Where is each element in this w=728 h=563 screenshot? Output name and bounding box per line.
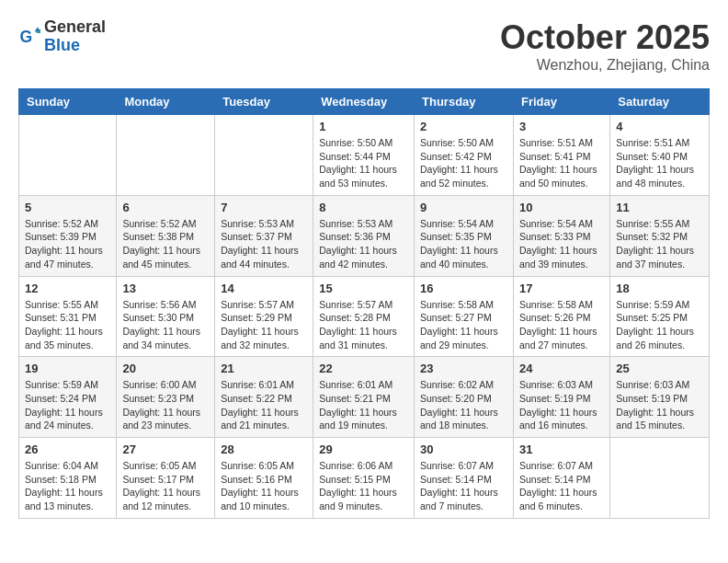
week-row-4: 19Sunrise: 5:59 AM Sunset: 5:24 PM Dayli… <box>19 357 710 438</box>
day-info: Sunrise: 6:07 AM Sunset: 5:14 PM Dayligh… <box>420 459 507 513</box>
day-number: 24 <box>519 362 604 375</box>
day-number: 2 <box>420 120 507 133</box>
calendar-cell: 5Sunrise: 5:52 AM Sunset: 5:39 PM Daylig… <box>19 195 117 276</box>
calendar-cell <box>215 115 313 196</box>
day-number: 30 <box>420 442 507 456</box>
month-title: October 2025 <box>500 18 710 57</box>
day-number: 18 <box>616 282 703 295</box>
day-info: Sunrise: 5:53 AM Sunset: 5:37 PM Dayligh… <box>221 217 307 271</box>
day-info: Sunrise: 5:56 AM Sunset: 5:30 PM Dayligh… <box>122 298 209 352</box>
day-info: Sunrise: 5:55 AM Sunset: 5:31 PM Dayligh… <box>25 298 110 352</box>
day-info: Sunrise: 5:51 AM Sunset: 5:40 PM Dayligh… <box>616 136 703 190</box>
day-info: Sunrise: 6:06 AM Sunset: 5:15 PM Dayligh… <box>319 459 408 513</box>
calendar-cell: 17Sunrise: 5:58 AM Sunset: 5:26 PM Dayli… <box>513 276 609 357</box>
day-info: Sunrise: 5:58 AM Sunset: 5:27 PM Dayligh… <box>420 298 507 352</box>
day-info: Sunrise: 6:01 AM Sunset: 5:22 PM Dayligh… <box>221 378 307 432</box>
calendar-cell <box>610 438 710 519</box>
calendar-header: SundayMondayTuesdayWednesdayThursdayFrid… <box>19 89 710 115</box>
page-header: G General Blue October 2025 Wenzhou, Zhe… <box>18 18 710 74</box>
day-number: 8 <box>319 201 408 214</box>
calendar-cell: 9Sunrise: 5:54 AM Sunset: 5:35 PM Daylig… <box>415 195 514 276</box>
calendar-cell: 27Sunrise: 6:05 AM Sunset: 5:17 PM Dayli… <box>117 438 215 519</box>
day-number: 7 <box>221 201 307 214</box>
day-info: Sunrise: 5:52 AM Sunset: 5:38 PM Dayligh… <box>122 217 209 271</box>
day-number: 28 <box>221 442 307 456</box>
calendar-cell: 1Sunrise: 5:50 AM Sunset: 5:44 PM Daylig… <box>313 115 415 196</box>
day-info: Sunrise: 5:52 AM Sunset: 5:39 PM Dayligh… <box>25 217 110 271</box>
calendar-cell: 7Sunrise: 5:53 AM Sunset: 5:37 PM Daylig… <box>215 195 313 276</box>
calendar-cell <box>19 115 117 196</box>
calendar-cell: 29Sunrise: 6:06 AM Sunset: 5:15 PM Dayli… <box>313 438 415 519</box>
logo-general: General <box>44 18 106 37</box>
header-saturday: Saturday <box>610 89 710 115</box>
logo-icon: G <box>18 26 40 48</box>
header-tuesday: Tuesday <box>215 89 313 115</box>
day-number: 5 <box>25 201 110 214</box>
location-title: Wenzhou, Zhejiang, China <box>500 57 710 74</box>
day-info: Sunrise: 6:05 AM Sunset: 5:16 PM Dayligh… <box>221 459 307 513</box>
calendar-cell: 30Sunrise: 6:07 AM Sunset: 5:14 PM Dayli… <box>415 438 514 519</box>
day-info: Sunrise: 5:50 AM Sunset: 5:44 PM Dayligh… <box>319 136 408 190</box>
day-info: Sunrise: 5:54 AM Sunset: 5:33 PM Dayligh… <box>519 217 604 271</box>
calendar-cell: 4Sunrise: 5:51 AM Sunset: 5:40 PM Daylig… <box>610 115 710 196</box>
calendar-cell: 13Sunrise: 5:56 AM Sunset: 5:30 PM Dayli… <box>117 276 215 357</box>
calendar-cell: 2Sunrise: 5:50 AM Sunset: 5:42 PM Daylig… <box>415 115 514 196</box>
day-info: Sunrise: 5:57 AM Sunset: 5:29 PM Dayligh… <box>221 298 307 352</box>
week-row-3: 12Sunrise: 5:55 AM Sunset: 5:31 PM Dayli… <box>19 276 710 357</box>
calendar-cell: 15Sunrise: 5:57 AM Sunset: 5:28 PM Dayli… <box>313 276 415 357</box>
logo: G General Blue <box>18 18 106 55</box>
day-number: 16 <box>420 282 507 295</box>
logo-text: General Blue <box>44 18 106 55</box>
day-number: 14 <box>221 282 307 295</box>
calendar-cell: 6Sunrise: 5:52 AM Sunset: 5:38 PM Daylig… <box>117 195 215 276</box>
calendar-cell: 28Sunrise: 6:05 AM Sunset: 5:16 PM Dayli… <box>215 438 313 519</box>
day-info: Sunrise: 6:01 AM Sunset: 5:21 PM Dayligh… <box>319 378 408 432</box>
week-row-5: 26Sunrise: 6:04 AM Sunset: 5:18 PM Dayli… <box>19 438 710 519</box>
calendar-cell: 11Sunrise: 5:55 AM Sunset: 5:32 PM Dayli… <box>610 195 710 276</box>
calendar-cell: 18Sunrise: 5:59 AM Sunset: 5:25 PM Dayli… <box>610 276 710 357</box>
day-number: 27 <box>122 442 209 456</box>
day-info: Sunrise: 5:59 AM Sunset: 5:25 PM Dayligh… <box>616 298 703 352</box>
calendar-cell: 16Sunrise: 5:58 AM Sunset: 5:27 PM Dayli… <box>415 276 514 357</box>
header-monday: Monday <box>117 89 215 115</box>
day-number: 21 <box>221 362 307 375</box>
day-info: Sunrise: 5:57 AM Sunset: 5:28 PM Dayligh… <box>319 298 408 352</box>
calendar-cell: 10Sunrise: 5:54 AM Sunset: 5:33 PM Dayli… <box>513 195 609 276</box>
day-info: Sunrise: 5:59 AM Sunset: 5:24 PM Dayligh… <box>25 378 110 432</box>
calendar-cell: 25Sunrise: 6:03 AM Sunset: 5:19 PM Dayli… <box>610 357 710 438</box>
day-number: 4 <box>616 120 703 133</box>
title-section: October 2025 Wenzhou, Zhejiang, China <box>500 18 710 74</box>
day-number: 19 <box>25 362 110 375</box>
day-number: 22 <box>319 362 408 375</box>
day-number: 9 <box>420 201 507 214</box>
header-thursday: Thursday <box>415 89 514 115</box>
header-wednesday: Wednesday <box>313 89 415 115</box>
calendar-cell: 20Sunrise: 6:00 AM Sunset: 5:23 PM Dayli… <box>117 357 215 438</box>
header-row: SundayMondayTuesdayWednesdayThursdayFrid… <box>19 89 710 115</box>
calendar-cell: 14Sunrise: 5:57 AM Sunset: 5:29 PM Dayli… <box>215 276 313 357</box>
day-info: Sunrise: 6:04 AM Sunset: 5:18 PM Dayligh… <box>25 459 110 513</box>
calendar-cell: 26Sunrise: 6:04 AM Sunset: 5:18 PM Dayli… <box>19 438 117 519</box>
day-info: Sunrise: 6:07 AM Sunset: 5:14 PM Dayligh… <box>519 459 604 513</box>
week-row-2: 5Sunrise: 5:52 AM Sunset: 5:39 PM Daylig… <box>19 195 710 276</box>
calendar-body: 1Sunrise: 5:50 AM Sunset: 5:44 PM Daylig… <box>19 115 710 519</box>
day-info: Sunrise: 6:03 AM Sunset: 5:19 PM Dayligh… <box>616 378 703 432</box>
calendar-cell: 31Sunrise: 6:07 AM Sunset: 5:14 PM Dayli… <box>513 438 609 519</box>
calendar-cell: 21Sunrise: 6:01 AM Sunset: 5:22 PM Dayli… <box>215 357 313 438</box>
calendar-cell: 22Sunrise: 6:01 AM Sunset: 5:21 PM Dayli… <box>313 357 415 438</box>
header-friday: Friday <box>513 89 609 115</box>
day-info: Sunrise: 5:54 AM Sunset: 5:35 PM Dayligh… <box>420 217 507 271</box>
calendar-cell: 24Sunrise: 6:03 AM Sunset: 5:19 PM Dayli… <box>513 357 609 438</box>
day-number: 25 <box>616 362 703 375</box>
day-number: 20 <box>122 362 209 375</box>
day-number: 1 <box>319 120 408 133</box>
day-number: 6 <box>122 201 209 214</box>
calendar-cell: 12Sunrise: 5:55 AM Sunset: 5:31 PM Dayli… <box>19 276 117 357</box>
day-info: Sunrise: 6:02 AM Sunset: 5:20 PM Dayligh… <box>420 378 507 432</box>
calendar-cell: 3Sunrise: 5:51 AM Sunset: 5:41 PM Daylig… <box>513 115 609 196</box>
day-number: 15 <box>319 282 408 295</box>
day-info: Sunrise: 6:05 AM Sunset: 5:17 PM Dayligh… <box>122 459 209 513</box>
header-sunday: Sunday <box>19 89 117 115</box>
day-number: 29 <box>319 442 408 456</box>
day-number: 26 <box>25 442 110 456</box>
